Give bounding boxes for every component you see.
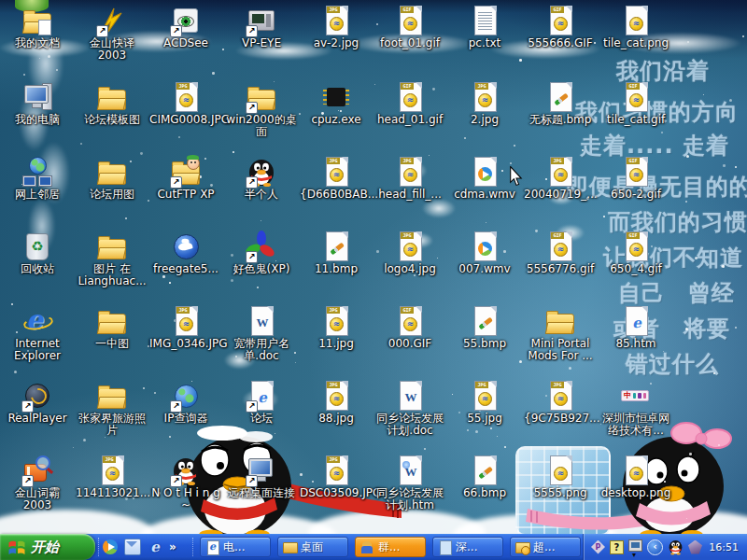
- desktop-icon[interactable]: ♻回收站: [1, 231, 74, 275]
- colorwheel-icon: ↗: [246, 231, 277, 262]
- desktop-icon[interactable]: JPG≈av-2.jpg: [300, 5, 373, 49]
- shortcut-arrow-icon: ↗: [21, 400, 34, 413]
- snowflake-dot: [140, 152, 143, 155]
- desktop-icon[interactable]: JPG≈20040719_...: [524, 156, 597, 201]
- taskbar-button[interactable]: 群...: [355, 537, 426, 557]
- taskbar-button[interactable]: 深...: [432, 537, 503, 557]
- desktop-icon[interactable]: ≈5555.png: [524, 455, 597, 499]
- desktop-icon[interactable]: e85.htm: [599, 305, 672, 350]
- display-tray-icon[interactable]: [628, 539, 642, 552]
- gif-icon: GIF≈: [394, 81, 426, 113]
- desktop-icon[interactable]: W同乡论坛发展计划.doc: [374, 380, 446, 438]
- desktop-icon[interactable]: JPG≈114113021...: [76, 455, 148, 499]
- desktop-icon[interactable]: freegate5...: [149, 231, 222, 275]
- qq-tray-icon[interactable]: [668, 539, 684, 555]
- desktop-icon[interactable]: 我的电脑: [1, 81, 74, 126]
- desktop-icon[interactable]: JPG≈IMG_0346.JPG: [149, 305, 222, 350]
- desktop-icon[interactable]: GIF≈foot_01.gif: [374, 5, 446, 49]
- desktop-icon[interactable]: ↗N O t H i n g ~: [149, 455, 222, 512]
- ie-quick-launch-icon[interactable]: e: [148, 539, 162, 554]
- taskbar-button[interactable]: 超...: [510, 537, 581, 557]
- desktop-icon-label: {9C75B927...: [524, 413, 597, 425]
- desktop-icon[interactable]: 张家界旅游照片: [76, 380, 148, 438]
- desktop-icon-label: 无标题.bmp: [524, 114, 597, 126]
- doc-icon: W: [246, 305, 277, 337]
- desktop-icon[interactable]: eInternet Explorer: [1, 305, 74, 363]
- outlook-quick-launch-icon[interactable]: [124, 539, 141, 555]
- snowflake-dot: [703, 94, 704, 95]
- desktop-icon[interactable]: GIF≈650-2.gif: [599, 156, 672, 201]
- desktop-icon[interactable]: ↗RealPlayer: [1, 380, 74, 425]
- desktop-icon-label: 55.bmp: [448, 338, 521, 350]
- help-tray-icon[interactable]: ?: [610, 540, 624, 554]
- snowflake-dot: [718, 444, 720, 446]
- desktop-icon[interactable]: GIF≈555666.GIF: [524, 5, 597, 49]
- desktop-icon[interactable]: ↗IP查询器: [149, 380, 222, 425]
- desktop-icon[interactable]: 无标题.bmp: [524, 81, 597, 126]
- desktop-icon[interactable]: JPG≈11.jpg: [300, 305, 373, 350]
- desktop-icon[interactable]: JPG≈head_fill_...: [374, 156, 446, 201]
- folder-icon: [96, 380, 128, 412]
- desktop-icon[interactable]: ↗CutFTP XP: [149, 156, 222, 201]
- desktop-icon[interactable]: JPG≈55.jpg: [448, 380, 521, 425]
- taskbar-button[interactable]: e电...: [200, 537, 271, 557]
- desktop-icon[interactable]: GIF≈5556776.gif: [524, 231, 597, 275]
- desktop-icon[interactable]: 11.bmp: [300, 231, 373, 275]
- snowflake-dot: [569, 367, 571, 370]
- desktop-icon[interactable]: W同乡论坛发展计划.htm: [374, 455, 446, 512]
- desktop-icon-label: 66.bmp: [448, 487, 521, 499]
- desktop-icon[interactable]: 55.bmp: [448, 305, 521, 350]
- desktop-icon[interactable]: GIF≈650_4.gif: [599, 231, 672, 275]
- desktop-icon[interactable]: JPG≈88.jpg: [300, 380, 373, 425]
- desktop-icon[interactable]: JPG≈{D66B0BAB...: [300, 156, 373, 201]
- desktop-icon[interactable]: JPG≈CIMG0008.JPG: [149, 81, 222, 126]
- desktop-icon[interactable]: e↗论坛: [225, 380, 298, 425]
- desktop-icon[interactable]: ↗VP-EYE: [225, 5, 298, 49]
- desktop-icon[interactable]: ↗半个人: [225, 156, 298, 201]
- desktop-icon[interactable]: 论坛模板图: [76, 81, 148, 126]
- desktop-icon[interactable]: 图片 在 Lianghuac...: [76, 231, 148, 288]
- desktop-icon[interactable]: ↗金山词霸 2003: [1, 455, 74, 512]
- desktop-icon-label: 650_4.gif: [599, 263, 672, 275]
- desktop-icon[interactable]: 一中图: [76, 305, 148, 350]
- desktop-icon-label: 张家界旅游照片: [76, 413, 148, 438]
- desktop-icon[interactable]: JPG≈{9C75B927...: [524, 380, 597, 425]
- folder-icon: [283, 540, 297, 554]
- desktop-icon[interactable]: cpuz.exe: [300, 81, 373, 126]
- desktop-icon[interactable]: ↗远程桌面连接: [225, 455, 298, 499]
- snowflake-dot: [519, 360, 522, 363]
- desktop-icon[interactable]: GIF≈tile_cat.gif: [599, 81, 672, 126]
- folder-icon: [96, 156, 128, 188]
- shortcut-arrow-icon: ↗: [246, 251, 258, 263]
- desktop-icon[interactable]: 网上邻居: [1, 156, 74, 201]
- start-button[interactable]: 开始: [0, 534, 95, 560]
- desktop-icon[interactable]: JPG≈logo4.jpg: [374, 231, 446, 275]
- desktop-icon[interactable]: JPG≈2.jpg: [448, 81, 521, 126]
- desktop-icon[interactable]: GIF≈head_01.gif: [374, 81, 446, 126]
- wmp-quick-launch-icon[interactable]: [103, 539, 118, 554]
- desktop-icon[interactable]: ↗win2000的桌面: [225, 81, 298, 139]
- desktop-icon[interactable]: ≈desktop.png: [599, 455, 672, 499]
- desktop-icon[interactable]: 我的文档: [1, 5, 74, 49]
- desktop-icon[interactable]: 论坛用图: [76, 156, 148, 201]
- desktop-icon[interactable]: ↗好色鬼(XP): [225, 231, 298, 275]
- desktop-icon[interactable]: W宽带用户名单.doc: [225, 305, 298, 363]
- desktop-icon[interactable]: pc.txt: [448, 5, 521, 49]
- desktop-icon[interactable]: 中深圳市恒卓网络技术有...: [599, 380, 672, 438]
- hide-chevron-tray-icon[interactable]: ‹: [647, 539, 663, 555]
- desktop-icon[interactable]: Mini Portal Mods For ...: [524, 305, 597, 363]
- taskbar-clock[interactable]: 16:51: [709, 541, 747, 553]
- gem-tray-icon[interactable]: [688, 540, 702, 554]
- jpg-icon: JPG≈: [469, 81, 500, 113]
- desktop-icon[interactable]: GIF≈000.GIF: [374, 305, 446, 350]
- taskbar-button[interactable]: 桌面: [277, 537, 348, 557]
- diamond-p-tray-icon[interactable]: P: [591, 540, 605, 554]
- desktop-icon-label: 我的电脑: [1, 114, 74, 126]
- desktop-icon[interactable]: ↗金山快译 2003: [76, 5, 148, 63]
- desktop-icon[interactable]: 66.bmp: [448, 455, 521, 499]
- quick-launch-overflow-chevron[interactable]: »: [169, 534, 176, 560]
- desktop-icon[interactable]: JPG≈DSC03509.JPG: [300, 455, 373, 499]
- desktop-icon[interactable]: 007.wmv: [448, 231, 521, 275]
- desktop-icon[interactable]: ↗ACDSee: [149, 5, 222, 49]
- desktop-icon[interactable]: ≈tile_cat.png: [599, 5, 672, 49]
